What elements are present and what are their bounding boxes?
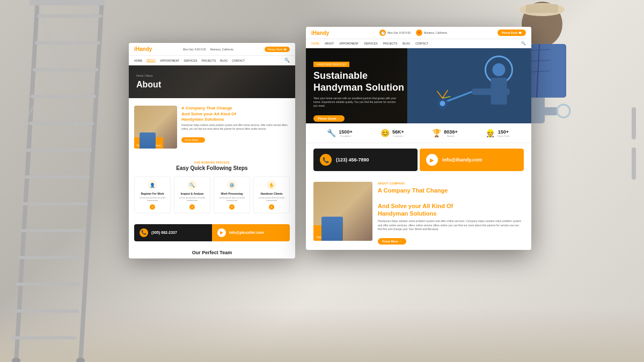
mr-stat-awards: 🏆 8036+ Awards [419, 129, 471, 137]
mr-book-btn[interactable]: Please Book ☎ [497, 29, 526, 36]
ml-step-4-icon: ✋ [267, 180, 276, 190]
ml-step-2-num: 2 [189, 204, 195, 210]
ml-step-2-title: Inspect & Analyze [176, 192, 208, 195]
mr-exp-badge: 25 Years Of Experience [313, 225, 343, 241]
mockups-container: iHandy Mon-Sat: 9:00-5:00 Manteca, Calif… [129, 43, 531, 258]
ml-step-3-title: Work Processing [216, 192, 248, 195]
mr-email-address: info@ihandy.com [442, 157, 482, 162]
mr-nav-home[interactable]: HOME [311, 42, 319, 45]
mr-hero-desc: Take your home service with an excellent… [313, 97, 399, 108]
mr-stat-customers: 😊 56K+ Customers [366, 129, 419, 137]
ml-steps-title: Easy Quick Following Steps [134, 165, 290, 171]
ml-hero: Home / About About [129, 65, 295, 98]
mr-time-item: 🕐 Mon-Sat: 9:00-5:00 [379, 29, 411, 36]
ml-email-address: info@plusxlter.com [229, 231, 264, 234]
mr-nav-blog[interactable]: BLOG [402, 42, 410, 45]
ml-steps-section: OUR WORKING PROCESS Easy Quick Following… [129, 156, 295, 224]
ml-exp-badge: 25 Years Of Experience [134, 137, 163, 149]
ml-email-icon: ▶ [217, 228, 226, 237]
ml-header: iHandy Mon-Sat: 9:00-5:00 Manteca, Calif… [129, 43, 295, 56]
ml-step-3-icon: ⚙️ [227, 180, 237, 190]
ml-step-4-desc: Lorem ipsum dolor sit amet consectetur [255, 196, 288, 202]
ml-steps-grid: 👤 Register For Work Lorem ipsum dolor si… [134, 176, 290, 213]
svg-line-1 [80, 0, 102, 362]
ml-step-1-num: 1 [150, 204, 155, 210]
ml-about-section: 25 Years Of Experience A Company That Ch… [129, 98, 295, 156]
door-handles [632, 107, 636, 180]
ml-about-text: A Company That Change And Solve your All… [181, 106, 290, 143]
ml-book-btn[interactable]: Please Book ☎ [265, 47, 290, 52]
mr-time-text: Mon-Sat: 9:00-5:00 [387, 31, 411, 34]
mr-cta-email[interactable]: ▶ info@ihandy.com [420, 149, 524, 171]
mr-about-label: ABOUT COMPANY [378, 182, 524, 185]
mr-nav-services[interactable]: SERVICES [364, 42, 377, 45]
mr-nav-projects[interactable]: PROJECTS [383, 42, 398, 45]
mr-header: iHandy 🕐 Mon-Sat: 9:00-5:00 📍 Manteca, C… [306, 27, 531, 39]
mr-about-text: ABOUT COMPANY A Company That Change And … [378, 182, 524, 245]
mr-location-icon: 📍 [416, 29, 422, 36]
mr-exp-label: Years Of Experience [316, 235, 341, 239]
mr-stat-1-icon: 🔧 [327, 129, 336, 137]
ml-nav-services[interactable]: SERVICES [184, 59, 197, 62]
ml-nav-projects[interactable]: PROJECTS [202, 59, 216, 62]
ladder-decoration [5, 0, 145, 362]
ml-cta-bar: 📞 (305) 682-2337 ▶ info@plusxlter.com [134, 224, 290, 241]
ml-phone-number: (305) 682-2337 [151, 231, 177, 234]
mr-stat-4-label: Expert Team [497, 135, 509, 137]
mr-hero-label: HANDYMAN SERVICES [313, 62, 349, 67]
mr-nav-appointment[interactable]: APPOINTMENT [339, 42, 358, 45]
mr-about-title: A Company That Change And Solve your All… [378, 187, 524, 217]
ml-exp-label: Years Of Experience [136, 144, 161, 147]
mr-quote-btn[interactable]: Please Quote → [313, 115, 345, 122]
ml-nav-about[interactable]: ABOUT [147, 58, 156, 62]
ml-breadcrumb: Home / About [136, 74, 288, 77]
mr-nav-contact[interactable]: CONTACT [415, 42, 428, 45]
ml-steps-label: OUR WORKING PROCESS [134, 161, 290, 164]
mr-hero-title: Sustainable Handyman Solution [313, 70, 524, 93]
ml-team-section: Our Perfect Team [129, 247, 295, 258]
mr-location-text: Manteca, California [424, 31, 447, 34]
ml-step-4: ✋ Handover Clients Lorem ipsum dolor sit… [253, 176, 290, 213]
mr-hero-content: HANDYMAN SERVICES Sustainable Handyman S… [306, 48, 531, 123]
ml-about-desc: Handyman helps solution solve problem sy… [181, 124, 290, 131]
mr-stat-team: 👷 150+ Expert Team [471, 129, 524, 137]
ml-step-3-num: 3 [229, 204, 235, 210]
mr-know-more-btn[interactable]: Know More → [378, 238, 406, 245]
ml-cta-email[interactable]: ▶ info@plusxlter.com [212, 224, 290, 241]
ml-hero-content: Home / About About [136, 74, 288, 90]
mr-stat-3-label: Awards [444, 135, 457, 137]
mr-stat-2-icon: 😊 [380, 129, 390, 137]
mr-exp-number: 25 [316, 227, 341, 235]
mr-cta-phone[interactable]: 📞 (123) 456-7890 [313, 149, 418, 171]
ml-phone-icon: 📞 [140, 228, 148, 237]
ml-step-1: 👤 Register For Work Lorem ipsum dolor si… [134, 176, 171, 213]
ml-nav-blog[interactable]: BLOG [220, 59, 228, 62]
mr-hero: HANDYMAN SERVICES Sustainable Handyman S… [306, 48, 531, 123]
mr-stat-1-label: Completed [339, 135, 352, 137]
mr-stat-4-number: 150+ [497, 129, 509, 135]
ml-logo: iHandy [134, 46, 152, 52]
mr-stat-1-number: 1500+ [339, 129, 352, 135]
mr-stat-completed: 🔧 1500+ Completed [313, 129, 366, 137]
mr-stat-2-number: 56K+ [392, 129, 404, 135]
ml-nav-home[interactable]: HOME [134, 59, 142, 62]
ml-step-1-desc: Lorem ipsum dolor sit amet consectetur [136, 196, 169, 202]
ml-nav-contact[interactable]: CONTACT [232, 59, 245, 62]
ml-step-3: ⚙️ Work Processing Lorem ipsum dolor sit… [214, 176, 250, 213]
mr-contact-items: 🕐 Mon-Sat: 9:00-5:00 📍 Manteca, Californ… [379, 29, 447, 36]
mr-stat-2-label: Customers [392, 135, 404, 137]
mr-search-icon[interactable]: 🔍 [521, 41, 526, 46]
ml-about-image: 25 Years Of Experience [134, 106, 177, 149]
ml-know-more-btn[interactable]: Know More → [181, 137, 205, 143]
ml-cta-phone[interactable]: 📞 (305) 682-2337 [134, 224, 212, 241]
ml-step-2: 🔍 Inspect & Analyze Lorem ipsum dolor si… [174, 176, 210, 213]
mockup-about-page: iHandy Mon-Sat: 9:00-5:00 Manteca, Calif… [129, 43, 295, 258]
ml-step-2-desc: Lorem ipsum dolor sit amet consectetur [176, 196, 208, 202]
ml-nav: HOME ABOUT APPOINTMENT SERVICES PROJECTS… [129, 56, 295, 65]
ml-search-icon[interactable]: 🔍 [284, 58, 290, 63]
mr-stat-4-info: 150+ Expert Team [497, 129, 509, 137]
ml-nav-appointment[interactable]: APPOINTMENT [160, 59, 179, 62]
ml-step-3-desc: Lorem ipsum dolor sit amet consectetur [216, 196, 248, 202]
ml-step-4-num: 4 [269, 204, 274, 210]
mr-nav-about[interactable]: ABOUT [325, 42, 334, 45]
